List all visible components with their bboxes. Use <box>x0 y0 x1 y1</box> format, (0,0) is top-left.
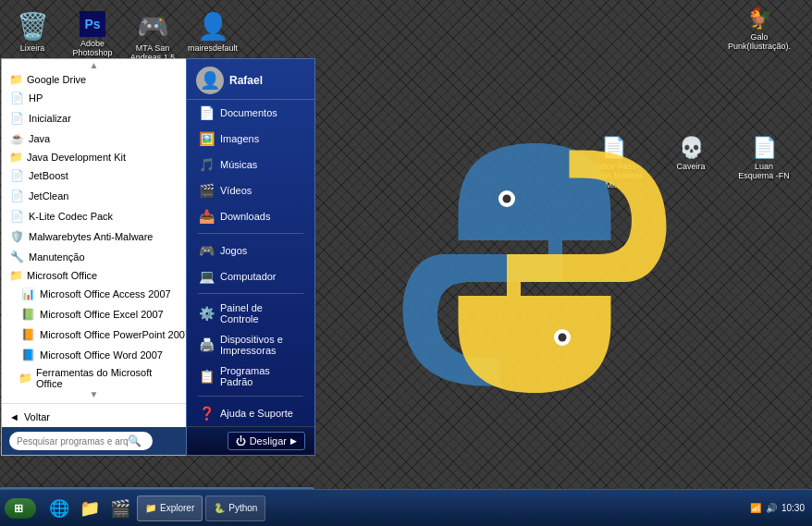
desktop-icon-galo[interactable]: 🐓 Galo Punk(Ilustração). <box>725 5 794 53</box>
right-menu-jogos[interactable]: 🎮 Jogos <box>187 238 314 263</box>
jogos-icon: 🎮 <box>198 242 215 259</box>
right-menu-divider-2 <box>198 293 303 294</box>
taskbar-pinned-icons: 🌐 📁 🎬 📁Explorer 🐍Python <box>41 495 743 521</box>
documentos-icon: 📄 <box>198 104 215 121</box>
taskbar-task-1[interactable]: 📁Explorer <box>137 495 203 521</box>
start-menu-left-panel: ▲ 📁 Google Drive 📄 HP 📄 Inicializar <box>1 58 186 456</box>
voltar-button[interactable]: ◄ Voltar <box>2 407 186 427</box>
right-menu-programas[interactable]: 📋 Programas Padrão <box>187 361 314 392</box>
menu-item-java-dev-kit[interactable]: 📁 Java Development Kit <box>2 149 186 165</box>
taskbar-media-icon[interactable]: 🎬 <box>106 495 134 521</box>
desligar-area: ⏻ Desligar ▶ <box>187 426 314 455</box>
menu-item-hp[interactable]: 📄 HP <box>2 88 186 108</box>
menu-item-manutencao[interactable]: 🔧 Manutenção <box>2 247 186 267</box>
search-input[interactable] <box>17 436 128 446</box>
start-menu: ▲ 📁 Google Drive 📄 HP 📄 Inicializar <box>0 487 314 489</box>
menu-item-klite[interactable]: 📄 K-Lite Codec Pack <box>2 206 186 226</box>
menu-item-inicializar[interactable]: 📄 Inicializar <box>2 108 186 128</box>
right-menu-musicas[interactable]: 🎵 Músicas <box>187 152 314 177</box>
scroll-up[interactable]: ▲ <box>2 59 186 71</box>
menu-item-jetboost[interactable]: 📄 JetBoost <box>2 165 186 186</box>
right-menu-dispositivos[interactable]: 🖨️ Dispositivos e Impressoras <box>187 329 314 361</box>
menu-item-access[interactable]: 📊 Microsoft Office Access 2007 <box>2 284 186 304</box>
menu-item-google-drive[interactable]: 📁 Google Drive <box>2 71 186 88</box>
svg-point-3 <box>559 334 567 342</box>
downloads-icon: 📥 <box>198 208 215 225</box>
scroll-down[interactable]: ▼ <box>2 388 186 400</box>
painel-icon: ⚙️ <box>198 305 215 322</box>
menu-item-jetclean[interactable]: 📄 JetClean <box>2 186 186 206</box>
python-logo <box>396 129 673 407</box>
menu-divider-bottom <box>2 403 186 404</box>
desktop: 🗑️ Lixeira Ps Adobe Photoshop CS6 🎮 MTA … <box>0 0 812 526</box>
username: Rafael <box>229 74 263 87</box>
right-menu-painel[interactable]: ⚙️ Painel de Controle <box>187 298 314 329</box>
svg-point-1 <box>503 195 511 203</box>
menu-item-ms-office-folder[interactable]: 📁 Microsoft Office <box>2 267 186 284</box>
menu-item-word[interactable]: 📘 Microsoft Office Word 2007 <box>2 345 186 365</box>
taskbar: ⊞ 🌐 📁 🎬 📁Explorer 🐍Python 📶 🔊 10:30 <box>0 489 812 526</box>
imagens-icon: 🖼️ <box>198 130 215 147</box>
menu-item-ferramentas-folder[interactable]: 📁 Ferramentas do Microsoft Office <box>2 365 186 388</box>
right-menu-divider-1 <box>198 233 303 234</box>
desligar-icon: ⏻ <box>236 435 246 446</box>
taskbar-clock: 10:30 <box>781 503 805 513</box>
menu-items-list: 📁 Google Drive 📄 HP 📄 Inicializar ☕ Java… <box>2 71 186 388</box>
search-icon: 🔍 <box>128 434 141 447</box>
menu-item-java[interactable]: ☕ Java <box>2 128 186 149</box>
search-area: 🔍 <box>2 427 186 455</box>
right-menu-documentos[interactable]: 📄 Documentos <box>187 100 314 126</box>
right-menu-downloads[interactable]: 📥 Downloads <box>187 203 314 229</box>
taskbar-folder-icon[interactable]: 📁 <box>76 495 104 521</box>
avatar: 👤 <box>196 67 224 94</box>
desligar-button[interactable]: ⏻ Desligar ▶ <box>228 432 305 450</box>
menu-item-malwarebytes[interactable]: 🛡️ Malwarebytes Anti-Malware <box>2 226 186 247</box>
taskbar-volume-icon[interactable]: 🔊 <box>766 503 777 513</box>
menu-item-excel[interactable]: 📗 Microsoft Office Excel 2007 <box>2 304 186 324</box>
user-section[interactable]: 👤 Rafael <box>187 59 314 100</box>
videos-icon: 🎬 <box>198 182 215 199</box>
ajuda-icon: ❓ <box>198 405 215 422</box>
menu-item-powerpoint[interactable]: 📙 Microsoft Office PowerPoint 2007 <box>2 324 186 345</box>
desktop-icon-luan[interactable]: 📄 Luan Esquema -FN <box>734 134 794 191</box>
right-menu-ajuda[interactable]: ❓ Ajuda e Suporte <box>187 400 314 426</box>
musicas-icon: 🎵 <box>198 156 215 173</box>
right-menu-divider-3 <box>198 396 303 397</box>
taskbar-right-area: 📶 🔊 10:30 <box>743 503 812 513</box>
search-container: 🔍 <box>9 432 153 450</box>
computador-icon: 💻 <box>198 268 215 285</box>
right-menu-videos[interactable]: 🎬 Vídeos <box>187 177 314 203</box>
taskbar-ie-icon[interactable]: 🌐 <box>45 495 73 521</box>
right-menu-computador[interactable]: 💻 Computador <box>187 263 314 289</box>
desligar-arrow: ▶ <box>290 436 297 446</box>
right-menu-imagens[interactable]: 🖼️ Imagens <box>187 126 314 152</box>
taskbar-network-icon[interactable]: 📶 <box>750 503 761 513</box>
dispositivos-icon: 🖨️ <box>198 336 215 353</box>
start-button[interactable]: ⊞ <box>5 498 36 519</box>
programas-icon: 📋 <box>198 368 215 385</box>
taskbar-task-2[interactable]: 🐍Python <box>205 495 265 521</box>
start-menu-right-panel: 👤 Rafael 📄 Documentos 🖼️ Imagens 🎵 Músic… <box>186 58 315 456</box>
